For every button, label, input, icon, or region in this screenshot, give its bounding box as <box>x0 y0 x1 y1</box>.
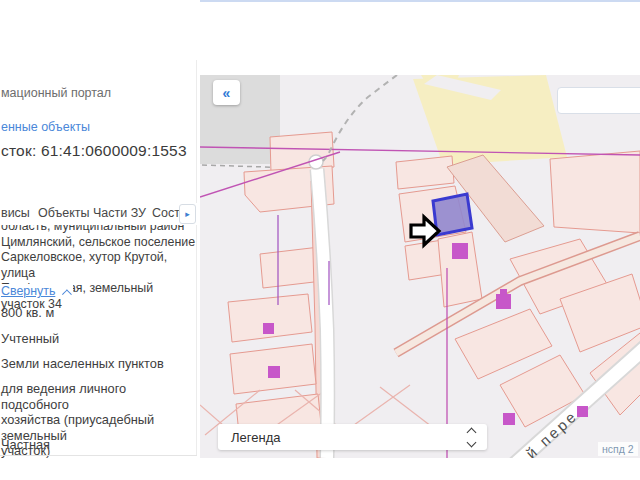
legend-bar[interactable]: Легенда <box>218 424 487 450</box>
address-line: Цимлянский, сельское поселение <box>1 235 197 251</box>
double-chevron-left-icon: « <box>223 85 231 101</box>
parcel-status-value: Учтенный <box>1 331 197 347</box>
legend-label: Легенда <box>231 430 468 445</box>
found-objects-link[interactable]: енные объекты <box>1 120 90 134</box>
chevron-down-icon <box>467 437 477 447</box>
permitted-use-line: для ведения личного подсобного <box>1 381 197 412</box>
address-line: Саркеловское, хутор Крутой, улица <box>1 250 197 281</box>
tabs-scroll-right-button[interactable]: ▸ <box>179 204 196 224</box>
chevron-up-icon <box>467 427 477 437</box>
cadastral-map-canvas[interactable] <box>200 75 640 458</box>
panel-tabs: висы Объекты Части ЗУ Состав ▸ <box>0 203 197 225</box>
parcel-cadastral-number: сток: 61:41:0600009:1553 <box>1 142 187 160</box>
object-info-panel: мационный портал енные объекты сток: 61:… <box>0 0 200 480</box>
panel-bottom-divider <box>0 455 197 456</box>
portal-subtitle: мационный портал <box>1 86 111 100</box>
collapse-link-label: Свернуть <box>1 284 55 298</box>
cadastral-portal-screen: мационный портал енные объекты сток: 61:… <box>0 0 640 480</box>
parcel-address: область, муниципальный район Цимлянский,… <box>1 219 197 312</box>
land-category-value: Земли населенных пунктов <box>1 356 197 372</box>
collapse-panel-button[interactable]: « <box>213 80 240 105</box>
ownership-value: Частная <box>1 437 197 453</box>
nspd-watermark: нспд 2 <box>598 442 638 456</box>
legend-expand-icon[interactable] <box>468 429 475 446</box>
collapse-section-link[interactable]: Свернуть <box>1 284 73 298</box>
tab-services[interactable]: висы <box>1 206 30 220</box>
right-triangle-icon: ▸ <box>185 209 190 219</box>
chevron-up-icon <box>62 289 72 299</box>
map-search-input[interactable] <box>557 87 640 114</box>
tab-parts[interactable]: Части ЗУ <box>93 206 146 220</box>
map-viewport: « й пере Легенда нспд 2 <box>200 75 640 458</box>
tab-objects[interactable]: Объекты <box>38 206 90 220</box>
